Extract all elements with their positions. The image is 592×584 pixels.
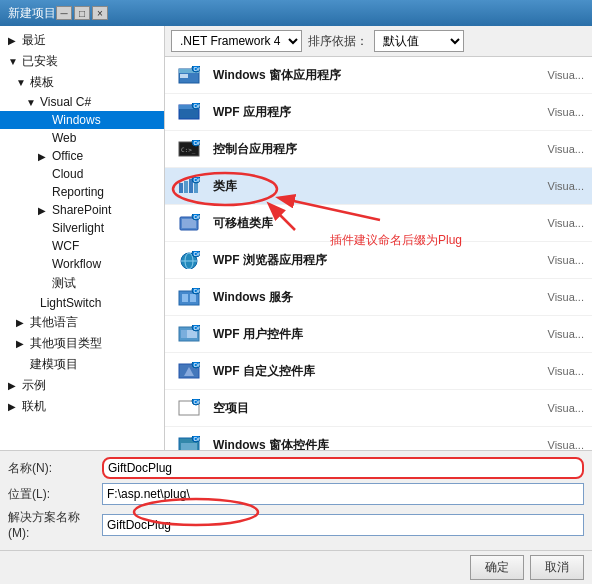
ok-button[interactable]: 确定 (470, 555, 524, 580)
sidebar-label-silverlight: Silverlight (52, 221, 104, 235)
title-bar-text: 新建项目 (8, 5, 56, 22)
svg-text:C:>_: C:>_ (181, 146, 196, 154)
sidebar-item-web[interactable]: Web (0, 129, 164, 147)
svg-text:C#: C# (194, 436, 201, 442)
sidebar-label-installed: 已安装 (22, 53, 58, 70)
svg-text:C#: C# (194, 214, 201, 220)
title-bar: 新建项目 ─ □ × (0, 0, 592, 26)
location-input[interactable] (102, 483, 584, 505)
sidebar-item-templates[interactable]: ▼模板 (0, 72, 164, 93)
project-item-wpf_custom_ctrl[interactable]: C#WPF 自定义控件库Visua... (165, 353, 592, 390)
project-item-win_app[interactable]: C#Windows 窗体应用程序Visua... (165, 57, 592, 94)
svg-text:C#: C# (194, 66, 201, 72)
minimize-button[interactable]: ─ (56, 6, 72, 20)
project-name-wpf_app: WPF 应用程序 (213, 104, 536, 121)
svg-text:C#: C# (194, 103, 201, 109)
project-name-empty_proj: 空项目 (213, 400, 536, 417)
project-name-win_ctrl_lib: Windows 窗体控件库 (213, 437, 536, 451)
project-item-wpf_user_ctrl[interactable]: C#WPF 用户控件库Visua... (165, 316, 592, 353)
svg-rect-29 (182, 294, 188, 302)
project-name-win_app: Windows 窗体应用程序 (213, 67, 536, 84)
project-item-win_service[interactable]: C#Windows 服务Visua... (165, 279, 592, 316)
tree-arrow-samples: ▶ (8, 380, 18, 391)
sidebar-item-recent[interactable]: ▶最近 (0, 30, 164, 51)
sidebar-item-cloud[interactable]: Cloud (0, 165, 164, 183)
project-source-portable_lib: Visua... (544, 217, 584, 229)
svg-rect-2 (180, 74, 188, 78)
sidebar-label-cloud: Cloud (52, 167, 83, 181)
sidebar-label-build_proj: 建模项目 (30, 356, 78, 373)
svg-rect-13 (179, 183, 183, 193)
sidebar-item-silverlight[interactable]: Silverlight (0, 219, 164, 237)
sidebar-label-office: Office (52, 149, 83, 163)
project-item-wpf_app[interactable]: C#WPF 应用程序Visua... (165, 94, 592, 131)
sidebar-item-lightswitch[interactable]: LightSwitch (0, 294, 164, 312)
project-item-class_lib[interactable]: C#类库Visua... (165, 168, 592, 205)
sidebar-label-reporting: Reporting (52, 185, 104, 199)
name-input[interactable] (102, 457, 584, 479)
project-source-wpf_browser: Visua... (544, 254, 584, 266)
project-icon-win_service: C# (173, 283, 205, 311)
project-item-portable_lib[interactable]: C#可移植类库Visua... (165, 205, 592, 242)
sidebar-item-workflow[interactable]: Workflow (0, 255, 164, 273)
project-name-text-class_lib: 类库 (213, 178, 536, 195)
sidebar-item-wcf[interactable]: WCF (0, 237, 164, 255)
svg-rect-20 (182, 219, 196, 228)
svg-rect-16 (194, 182, 198, 193)
project-name-text-wpf_custom_ctrl: WPF 自定义控件库 (213, 363, 536, 380)
sidebar-label-test: 测试 (52, 275, 76, 292)
sidebar-item-office[interactable]: ▶Office (0, 147, 164, 165)
project-name-win_service: Windows 服务 (213, 289, 536, 306)
cancel-button[interactable]: 取消 (530, 555, 584, 580)
svg-rect-35 (181, 330, 187, 338)
tree-arrow-recent: ▶ (8, 35, 18, 46)
project-source-win_app: Visua... (544, 69, 584, 81)
sidebar-item-reporting[interactable]: Reporting (0, 183, 164, 201)
sidebar-item-windows[interactable]: Windows (0, 111, 164, 129)
tree-arrow-visual_c: ▼ (26, 97, 36, 108)
project-name-console_app: 控制台应用程序 (213, 141, 536, 158)
project-item-empty_proj[interactable]: C#空项目Visua... (165, 390, 592, 427)
project-icon-empty_proj: C# (173, 394, 205, 422)
sidebar-label-templates: 模板 (30, 74, 54, 91)
project-item-wpf_browser[interactable]: C#WPF 浏览器应用程序Visua... (165, 242, 592, 279)
sort-label: 排序依据： (308, 33, 368, 50)
project-source-class_lib: Visua... (544, 180, 584, 192)
sidebar-item-visual_c[interactable]: ▼Visual C# (0, 93, 164, 111)
maximize-button[interactable]: □ (74, 6, 90, 20)
sidebar-item-other_proj[interactable]: ▶其他项目类型 (0, 333, 164, 354)
tree-arrow-office: ▶ (38, 151, 48, 162)
sidebar-label-wcf: WCF (52, 239, 79, 253)
project-source-empty_proj: Visua... (544, 402, 584, 414)
project-item-console_app[interactable]: C:>_C#控制台应用程序Visua... (165, 131, 592, 168)
project-name-text-wpf_browser: WPF 浏览器应用程序 (213, 252, 536, 269)
sort-select[interactable]: 默认值 (374, 30, 464, 52)
right-panel: .NET Framework 4 排序依据： 默认值 C#Windows 窗体应… (165, 26, 592, 450)
project-item-win_ctrl_lib[interactable]: C#Windows 窗体控件库Visua... (165, 427, 592, 450)
project-icon-wpf_browser: C# (173, 246, 205, 274)
sidebar-item-samples[interactable]: ▶示例 (0, 375, 164, 396)
tree-arrow-other_proj: ▶ (16, 338, 26, 349)
project-icon-wpf_user_ctrl: C# (173, 320, 205, 348)
project-source-wpf_custom_ctrl: Visua... (544, 365, 584, 377)
framework-select[interactable]: .NET Framework 4 (171, 30, 302, 52)
tree-arrow-sharepoint: ▶ (38, 205, 48, 216)
project-name-text-empty_proj: 空项目 (213, 400, 536, 417)
sidebar-item-installed[interactable]: ▼已安装 (0, 51, 164, 72)
solution-input[interactable] (102, 514, 584, 536)
project-name-text-console_app: 控制台应用程序 (213, 141, 536, 158)
sidebar-item-sharepoint[interactable]: ▶SharePoint (0, 201, 164, 219)
project-name-wpf_browser: WPF 浏览器应用程序 (213, 252, 536, 269)
sidebar-item-build_proj[interactable]: 建模项目 (0, 354, 164, 375)
sidebar-item-test[interactable]: 测试 (0, 273, 164, 294)
sidebar-label-workflow: Workflow (52, 257, 101, 271)
sidebar-item-other_lang[interactable]: ▶其他语言 (0, 312, 164, 333)
close-button[interactable]: × (92, 6, 108, 20)
name-row: 名称(N): (8, 457, 584, 479)
sidebar-item-online[interactable]: ▶联机 (0, 396, 164, 417)
sidebar-label-windows: Windows (52, 113, 101, 127)
sidebar-label-recent: 最近 (22, 32, 46, 49)
project-name-wpf_user_ctrl: WPF 用户控件库 (213, 326, 536, 343)
project-icon-wpf_app: C# (173, 98, 205, 126)
filter-bar: .NET Framework 4 排序依据： 默认值 (165, 26, 592, 57)
